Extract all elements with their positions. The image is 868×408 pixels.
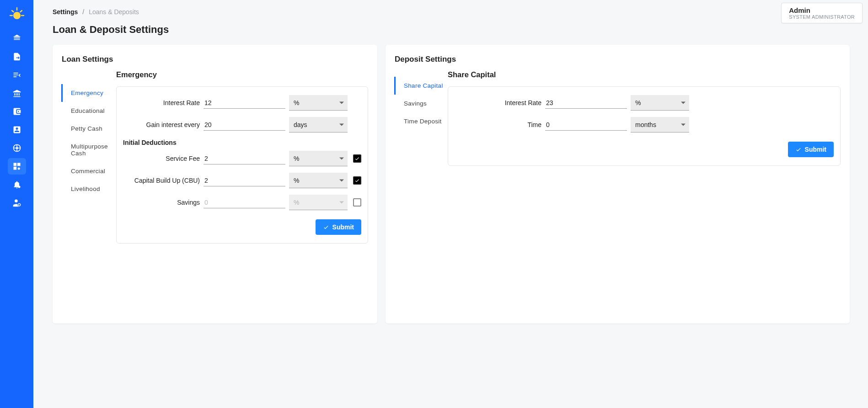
gain-interest-unit-value: days [294,121,307,128]
check-icon [795,146,802,153]
svg-point-8 [18,186,20,188]
dep-time-input[interactable] [545,119,627,131]
svg-line-2 [12,11,14,12]
nav-item-4[interactable] [8,85,26,101]
dep-time-unit-value: months [635,121,656,128]
svg-point-9 [15,200,18,203]
dep-time-label: Time [455,121,541,128]
loan-panel: Loan Settings Emergency Educational Pett… [53,45,377,323]
initial-deductions-heading: Initial Deductions [123,139,361,146]
savings-unit-select[interactable]: % [289,195,348,210]
svg-point-10 [18,204,20,206]
dep-interest-rate-unit-select[interactable]: % [631,95,689,111]
nav-item-1[interactable] [8,30,26,47]
nav-item-10[interactable] [8,195,26,211]
deposit-tabs: Share Capital Savings Time Deposit [395,70,448,166]
chevron-down-icon [681,101,686,104]
dep-interest-rate-unit-value: % [635,99,641,106]
deposit-section-title: Share Capital [448,70,841,79]
gain-interest-label: Gain interest every [123,121,200,128]
cbu-label: Capital Build Up (CBU) [123,177,200,184]
chevron-down-icon [339,179,344,181]
deposit-form-box: Interest Rate % Time [448,86,841,166]
service-fee-label: Service Fee [123,155,200,162]
loan-tab-emergency[interactable]: Emergency [61,84,116,102]
interest-rate-label: Interest Rate [123,99,200,106]
savings-input[interactable] [204,197,285,208]
deposit-submit-button[interactable]: Submit [788,142,834,157]
deposit-panel: Deposit Settings Share Capital Savings T… [386,45,850,323]
user-name: Admin [789,6,855,14]
nav-item-9[interactable] [8,176,26,193]
loan-tabs: Emergency Educational Petty Cash Multipu… [62,70,116,244]
cbu-input[interactable] [204,175,285,186]
nav-item-2[interactable] [8,48,26,65]
svg-line-3 [20,11,22,12]
breadcrumb-sep: / [82,8,84,16]
loan-tab-pettycash[interactable]: Petty Cash [61,120,116,138]
gain-interest-unit-select[interactable]: days [289,117,348,132]
page-title: Loan & Deposit Settings [53,24,850,36]
user-card[interactable]: Admin SYSTEM ADMINISTRATOR [781,3,863,23]
interest-rate-unit-select[interactable]: % [289,95,348,111]
interest-rate-input[interactable] [204,97,285,109]
cbu-checkbox[interactable] [353,176,361,185]
loan-tab-multipurpose[interactable]: Multipurpose Cash [61,138,116,162]
gain-interest-input[interactable] [204,119,285,131]
loan-section-title: Emergency [116,70,368,79]
chevron-down-icon [339,201,344,203]
user-role: SYSTEM ADMINISTRATOR [789,14,855,20]
deposit-tab-timedeposit[interactable]: Time Deposit [394,112,448,130]
breadcrumb-root[interactable]: Settings [53,8,78,16]
chevron-down-icon [339,157,344,159]
loan-panel-title: Loan Settings [62,55,368,64]
cbu-unit-value: % [294,177,299,184]
loan-tab-livelihood[interactable]: Livelihood [61,180,116,198]
check-icon [323,224,329,230]
dep-interest-rate-input[interactable] [545,97,627,109]
nav-item-6[interactable] [8,122,26,138]
deposit-tab-sharecapital[interactable]: Share Capital [394,77,448,95]
deposit-panel-title: Deposit Settings [395,55,841,64]
chevron-down-icon [681,123,686,126]
nav-item-settings-active[interactable] [8,158,26,175]
service-fee-input[interactable] [204,153,285,164]
service-fee-unit-select[interactable]: % [289,151,348,166]
chevron-down-icon [339,123,344,126]
savings-checkbox[interactable] [353,198,361,207]
loan-tab-educational[interactable]: Educational [61,102,116,120]
loan-submit-button[interactable]: Submit [316,219,361,235]
nav-item-3[interactable] [8,67,26,83]
savings-unit-value: % [294,199,299,206]
dep-time-unit-select[interactable]: months [631,117,689,132]
chevron-down-icon [339,101,344,104]
sidebar [0,0,33,408]
breadcrumb-current: Loans & Deposits [89,8,139,16]
svg-point-0 [13,12,21,19]
dep-interest-rate-label: Interest Rate [455,99,541,106]
app-logo [7,5,27,25]
deposit-submit-label: Submit [805,146,826,153]
savings-label: Savings [123,199,200,206]
nav-item-7[interactable] [8,140,26,156]
main-content: Admin SYSTEM ADMINISTRATOR Settings / Lo… [33,0,868,408]
nav-item-5[interactable] [8,103,26,120]
breadcrumb: Settings / Loans & Deposits [53,8,850,16]
svg-point-7 [16,147,18,149]
interest-rate-unit-value: % [294,99,299,106]
cbu-unit-select[interactable]: % [289,173,348,188]
service-fee-unit-value: % [294,155,299,162]
service-fee-checkbox[interactable] [353,154,361,163]
loan-submit-label: Submit [332,223,354,231]
loan-form-box: Interest Rate % Gain interest every [116,86,368,244]
deposit-tab-savings[interactable]: Savings [394,95,448,112]
loan-tab-commercial[interactable]: Commercial [61,162,116,180]
